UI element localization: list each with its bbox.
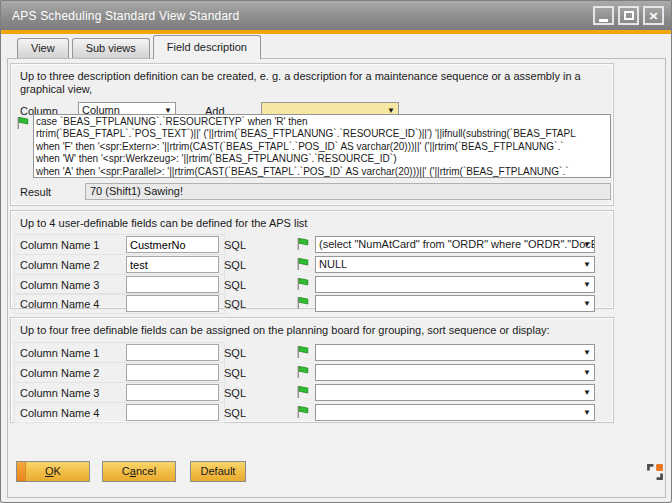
titlebar[interactable]: APS Scheduling Standard View Standard ✕ [1, 1, 671, 30]
user-fields-intro-text: Up to 4 user-definable fields can be def… [20, 217, 602, 230]
free-fields-intro-text: Up to four free definable fields can be … [20, 324, 602, 337]
description-intro-text: Up to three description definition can b… [20, 70, 602, 96]
column-name-2-input[interactable] [126, 256, 219, 273]
free-column-name-1-label: Column Name 1 [20, 347, 99, 359]
free-column-name-3-input[interactable] [126, 384, 219, 401]
user-field-row-2: Column Name 2 SQL NULL ▼ [11, 256, 613, 275]
column-name-4-label: Column Name 4 [20, 298, 99, 310]
sql-flag-icon[interactable] [295, 296, 309, 312]
sql-label: SQL [224, 347, 246, 359]
sql-flag-icon[interactable] [295, 405, 309, 421]
free-field-row-1: Column Name 1 SQL ▼ [11, 344, 613, 363]
chevron-down-icon: ▼ [583, 388, 591, 398]
close-button[interactable]: ✕ [643, 6, 664, 25]
free-sql-select-1[interactable]: ▼ [315, 344, 595, 361]
free-definable-fields-group: Up to four free definable fields can be … [10, 317, 614, 423]
sql-label: SQL [224, 298, 246, 310]
sql-select-2-value: NULL [319, 258, 347, 270]
sql-label: SQL [224, 239, 246, 251]
expression-line: rtrim(`BEAS_FTAPL`.`POS_TEXT`)||' ('||rt… [36, 128, 608, 140]
sql-flag-icon[interactable] [295, 237, 309, 253]
user-definable-fields-group: Up to 4 user-definable fields can be def… [10, 210, 614, 309]
sql-flag-icon[interactable] [295, 385, 309, 401]
sql-select-1-value: (select "NumAtCard" from "ORDR" where "O… [319, 238, 595, 250]
column-name-3-input[interactable] [126, 276, 219, 293]
column-name-2-label: Column Name 2 [20, 259, 99, 271]
column-name-1-label: Column Name 1 [20, 239, 99, 251]
ok-button[interactable]: OK [16, 461, 90, 482]
user-field-row-1: Column Name 1 SQL (select "NumAtCard" fr… [11, 236, 613, 255]
chevron-down-icon: ▼ [583, 348, 591, 358]
expression-flag-icon[interactable] [15, 116, 29, 132]
sql-select-1[interactable]: (select "NumAtCard" from "ORDR" where "O… [315, 236, 595, 253]
sql-select-4[interactable]: ▼ [315, 295, 595, 312]
minimize-button[interactable] [593, 6, 614, 25]
aps-scheduling-dialog: APS Scheduling Standard View Standard ✕ … [0, 0, 672, 503]
free-column-name-4-label: Column Name 4 [20, 407, 99, 419]
default-button-label: Default [201, 465, 236, 477]
free-sql-select-2[interactable]: ▼ [315, 364, 595, 381]
column-name-1-input[interactable] [126, 236, 219, 253]
sql-label: SQL [224, 279, 246, 291]
user-field-row-4: Column Name 4 SQL ▼ [11, 295, 613, 314]
chevron-down-icon: ▼ [583, 408, 591, 418]
column-name-3-label: Column Name 3 [20, 279, 99, 291]
sql-flag-icon[interactable] [295, 257, 309, 273]
description-definition-group: Up to three description definition can b… [10, 63, 614, 206]
free-column-name-2-label: Column Name 2 [20, 367, 99, 379]
cancel-button[interactable]: Cancel [102, 461, 176, 482]
field-description-page: Up to three description definition can b… [7, 58, 666, 498]
free-column-name-4-input[interactable] [126, 404, 219, 421]
chevron-down-icon: ▼ [583, 280, 591, 290]
window-controls: ✕ [593, 6, 664, 25]
result-field: 70 (Shift1) Sawing! [85, 183, 611, 200]
chevron-down-icon: ▼ [583, 368, 591, 378]
sql-label: SQL [224, 387, 246, 399]
resize-grip-icon[interactable] [646, 463, 664, 481]
result-label: Result [20, 186, 51, 198]
expression-line: case `BEAS_FTPLANUNG`.`RESOURCETYP` when… [36, 116, 608, 128]
sql-select-3[interactable]: ▼ [315, 276, 595, 293]
free-sql-select-3[interactable]: ▼ [315, 384, 595, 401]
default-button[interactable]: Default [190, 461, 246, 482]
chevron-down-icon: ▼ [583, 260, 591, 270]
free-field-row-3: Column Name 3 SQL ▼ [11, 384, 613, 403]
sql-flag-icon[interactable] [295, 345, 309, 361]
chevron-down-icon: ▼ [583, 299, 591, 309]
maximize-button[interactable] [618, 6, 639, 25]
free-field-row-4: Column Name 4 SQL ▼ [11, 404, 613, 423]
expression-line: when 'F' then '<spr:Extern>: '||rtrim(CA… [36, 141, 608, 153]
window-title: APS Scheduling Standard View Standard [12, 9, 593, 23]
tab-view[interactable]: View [17, 38, 69, 58]
maximize-icon [624, 11, 634, 20]
column-name-4-input[interactable] [126, 295, 219, 312]
expression-line: when 'A' then '<spr:Parallel>: '||rtrim(… [36, 166, 608, 178]
sql-label: SQL [224, 259, 246, 271]
sql-label: SQL [224, 407, 246, 419]
sql-flag-icon[interactable] [295, 277, 309, 293]
free-column-name-3-label: Column Name 3 [20, 387, 99, 399]
free-column-name-2-input[interactable] [126, 364, 219, 381]
sql-label: SQL [224, 367, 246, 379]
sql-select-2[interactable]: NULL ▼ [315, 256, 595, 273]
tab-sub-views[interactable]: Sub views [72, 38, 150, 58]
minimize-icon [599, 19, 608, 22]
free-sql-select-4[interactable]: ▼ [315, 404, 595, 421]
expression-line: when 'W' then '<spr:Werkzeug>: '||rtrim(… [36, 153, 608, 165]
tab-strip: View Sub views Field description [1, 34, 671, 58]
free-column-name-1-input[interactable] [126, 344, 219, 361]
sql-flag-icon[interactable] [295, 365, 309, 381]
close-icon: ✕ [648, 10, 658, 21]
tab-field-description[interactable]: Field description [153, 35, 261, 59]
default-button-stripe [17, 462, 26, 481]
cancel-button-label: C [122, 465, 130, 477]
description-expression-editor[interactable]: case `BEAS_FTPLANUNG`.`RESOURCETYP` when… [33, 114, 611, 178]
free-field-row-2: Column Name 2 SQL ▼ [11, 364, 613, 383]
chevron-down-icon: ▼ [583, 240, 591, 250]
